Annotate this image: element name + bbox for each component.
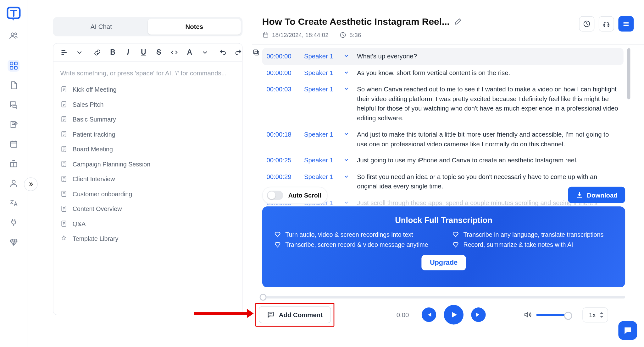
app-logo[interactable] — [5, 5, 22, 22]
undo-button[interactable] — [218, 48, 228, 57]
timestamp[interactable]: 00:00:25 — [266, 156, 298, 165]
transcript-row[interactable]: 00:00:03 Speaker 1 So when Canva reached… — [262, 81, 624, 126]
banner-title: Unlock Full Transcription — [274, 216, 613, 225]
progress-handle[interactable] — [260, 294, 267, 301]
annotation-arrow — [194, 311, 254, 317]
editor-toolbar: B I U S A — [53, 44, 242, 62]
timestamp[interactable]: 00:00:18 — [266, 130, 298, 149]
autoscroll-toggle[interactable]: Auto Scroll — [262, 187, 328, 204]
chevron-down-icon[interactable] — [343, 84, 351, 123]
plug-icon[interactable] — [8, 217, 19, 229]
player-bar: Add Comment 0:00 1x — [255, 302, 627, 327]
next-button[interactable] — [471, 307, 486, 322]
sidebar-rail — [0, 0, 27, 347]
dashboard-icon[interactable] — [8, 60, 19, 72]
diamond-icon — [452, 231, 459, 238]
download-button[interactable]: Download — [568, 187, 625, 203]
template-item[interactable]: Patient tracking — [56, 127, 240, 142]
tab-aichat[interactable]: AI Chat — [55, 19, 148, 35]
speed-selector[interactable]: 1x — [583, 307, 608, 322]
chevron-down-icon[interactable] — [343, 172, 351, 191]
document-icon[interactable] — [8, 79, 19, 91]
user-icon[interactable] — [8, 177, 19, 189]
banner-item: Record, summarize & take notes with AI — [452, 241, 613, 248]
transcript-text: What's up everyone? — [357, 52, 619, 61]
transcript-row[interactable]: 00:00:00 Speaker 1 What's up everyone? — [262, 48, 624, 64]
template-item[interactable]: Kick off Meeting — [56, 82, 240, 97]
speaker[interactable]: Speaker 1 — [304, 156, 337, 165]
transcript-row[interactable]: 00:00:00 Speaker 1 As you know, short fo… — [262, 65, 624, 81]
speaker[interactable]: Speaker 1 — [304, 68, 337, 78]
transcript-text: And just to make this tutorial a little … — [357, 130, 619, 149]
expand-sidebar-button[interactable] — [24, 177, 37, 191]
template-item[interactable]: Campaign Planning Session — [56, 156, 240, 171]
chevron-down-icon[interactable] — [343, 68, 351, 78]
scrollbar-thumb[interactable] — [627, 48, 630, 99]
chevron-down-icon[interactable] — [343, 52, 351, 61]
bold-button[interactable]: B — [108, 48, 118, 57]
chevron-down-icon[interactable] — [343, 130, 351, 149]
transcript-row[interactable]: 00:00:25 Speaker 1 Just going to use my … — [262, 152, 624, 169]
template-label: Template Library — [73, 235, 119, 242]
listen-button[interactable] — [599, 16, 614, 32]
strike-button[interactable]: S — [154, 48, 164, 57]
timestamp[interactable]: 00:00:00 — [266, 52, 298, 61]
translate-icon[interactable] — [8, 197, 19, 209]
svg-rect-3 — [10, 62, 13, 65]
template-item[interactable]: Basic Summary — [56, 112, 240, 127]
template-item[interactable]: Content Overview — [56, 201, 240, 216]
svg-rect-5 — [10, 67, 13, 69]
editor-placeholder[interactable]: Write something, or press 'space' for AI… — [53, 62, 242, 80]
edit-title-icon[interactable] — [454, 18, 461, 25]
speaker[interactable]: Speaker 1 — [304, 130, 337, 149]
redo-button[interactable] — [234, 48, 243, 57]
chevron-down-icon[interactable] — [200, 48, 210, 57]
calendar-icon[interactable] — [8, 138, 19, 150]
link-icon[interactable] — [93, 48, 102, 57]
speaker[interactable]: Speaker 1 — [304, 52, 337, 61]
template-item[interactable]: Sales Pitch — [56, 97, 240, 112]
people-icon[interactable] — [8, 30, 19, 42]
tab-notes[interactable]: Notes — [148, 19, 241, 35]
upgrade-button[interactable]: Upgrade — [421, 255, 466, 270]
volume-slider[interactable] — [536, 314, 570, 316]
chevron-down-icon[interactable] — [75, 48, 84, 57]
prev-button[interactable] — [422, 307, 436, 322]
play-button[interactable] — [444, 305, 464, 324]
timestamp[interactable]: 00:00:03 — [266, 84, 298, 123]
template-library[interactable]: Template Library — [56, 231, 240, 246]
page-title: How To Create Aesthetic Instagram Reel..… — [262, 16, 450, 27]
edit-note-icon[interactable] — [8, 119, 19, 131]
chevron-down-icon[interactable] — [343, 156, 351, 165]
progress-track[interactable] — [262, 296, 625, 298]
add-comment-button[interactable]: Add Comment — [259, 306, 331, 323]
underline-button[interactable]: U — [139, 48, 148, 57]
template-item[interactable]: Q&A — [56, 216, 240, 231]
gift-icon[interactable] — [8, 158, 19, 170]
transcript-row[interactable]: 00:00:18 Speaker 1 And just to make this… — [262, 126, 624, 152]
chat-icon[interactable] — [8, 99, 19, 111]
italic-button[interactable]: I — [123, 48, 133, 57]
history-button[interactable] — [579, 16, 594, 32]
diamond-icon — [452, 241, 459, 248]
notes-editor: B I U S A Write something, or press — [53, 43, 242, 315]
chat-fab[interactable] — [618, 321, 637, 340]
paragraph-style-button[interactable] — [59, 48, 69, 57]
text-color-button[interactable]: A — [185, 48, 194, 57]
template-item[interactable]: Customer onboarding — [56, 186, 240, 201]
volume-control[interactable] — [524, 311, 570, 318]
template-label: Customer onboarding — [73, 190, 132, 197]
timestamp[interactable]: 00:00:00 — [266, 68, 298, 78]
menu-button[interactable] — [618, 16, 634, 32]
template-item[interactable]: Client Interview — [56, 171, 240, 187]
template-item[interactable]: Board Meeting — [56, 142, 240, 157]
duration-meta: 5:36 — [340, 31, 361, 38]
diamond-icon[interactable] — [8, 236, 19, 248]
code-button[interactable] — [169, 48, 179, 57]
template-label: Sales Pitch — [73, 101, 104, 108]
diamond-icon — [274, 241, 281, 248]
speaker[interactable]: Speaker 1 — [304, 84, 337, 123]
toggle-switch[interactable] — [267, 191, 283, 200]
upgrade-banner: Unlock Full Transcription Turn audio, vi… — [262, 206, 625, 287]
comment-icon — [267, 311, 275, 318]
